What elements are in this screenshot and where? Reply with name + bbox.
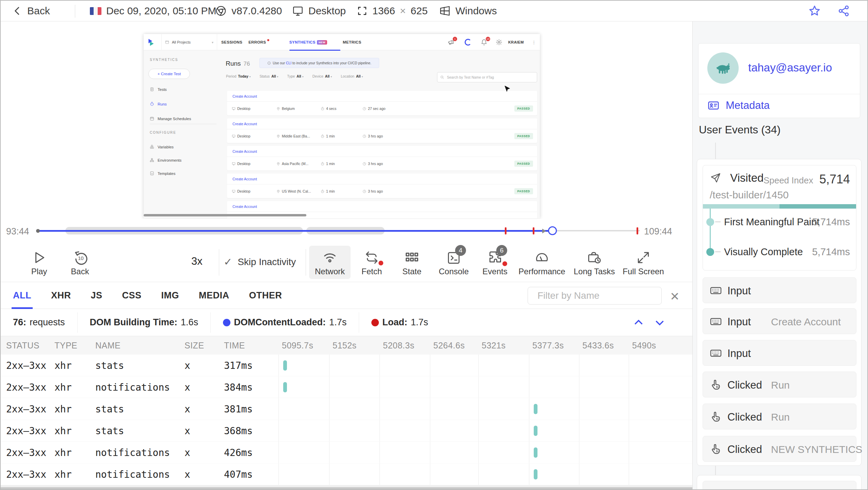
sidebar-section-synthetics: SYNTHETICS — [150, 58, 178, 62]
table-row[interactable]: 2xx–3xxxhrnotificationsx407ms — [1, 463, 692, 485]
dom-building-time: DOM Building Time:1.6s — [77, 312, 211, 333]
event-marker-red[interactable] — [637, 227, 638, 234]
horizontal-scrollbar[interactable] — [1, 485, 692, 490]
id-card-icon — [707, 99, 720, 112]
table-row[interactable]: 2xx–3xxxhrnotificationsx426ms — [1, 442, 692, 463]
event-card-click[interactable]: Clicked Run — [703, 372, 856, 397]
keyboard-icon — [710, 315, 722, 328]
play-icon — [20, 246, 58, 267]
panel-button-network[interactable]: Network — [309, 246, 351, 279]
share-button[interactable] — [837, 1, 850, 21]
rewind-10-icon: 10 — [61, 246, 99, 267]
tab-other[interactable]: OTHER — [249, 282, 282, 309]
panel-button-long-tasks[interactable]: Long Tasks — [567, 246, 622, 279]
table-row[interactable]: 2xx–3xxxhrstatsx317ms — [1, 355, 692, 376]
network-type-tabs: ALL XHR JS CSS IMG MEDIA OTHER ✕ — [1, 282, 692, 309]
replay-viewport: All Projects ▾ SESSIONS ERRORS SYNTHETIC… — [1, 21, 692, 219]
playhead[interactable] — [548, 226, 557, 235]
check-icon: ✓ — [224, 256, 232, 268]
back-10s-button[interactable]: 10 Back — [61, 246, 99, 279]
table-header: STATUS TYPE NAME SIZE TIME 5095.7s 5152s… — [1, 336, 692, 355]
table-row[interactable]: 2xx–3xxxhrstatsx381ms — [1, 398, 692, 420]
replay-app-sidebar: SYNTHETICS + Create Test Tests Runs Mana… — [144, 50, 224, 218]
waterfall-bar — [283, 360, 287, 371]
replay-page-scrollbar — [144, 214, 306, 216]
new-badge: NEW — [317, 40, 327, 45]
loading-spinner-icon — [465, 34, 471, 50]
tab-media[interactable]: MEDIA — [199, 282, 229, 309]
jump-up-button[interactable] — [632, 316, 645, 329]
event-marker-red[interactable] — [505, 227, 507, 234]
tab-css[interactable]: CSS — [122, 282, 142, 309]
mouse-cursor-icon — [503, 85, 511, 95]
metric-row: Visually Complete 5,714ms — [703, 246, 856, 258]
status-badge: PASSED — [514, 133, 533, 139]
runs-filters: PeriodToday ▾ StatusAll ▾ TypeAll ▾ Devi… — [226, 74, 363, 78]
wifi-icon — [309, 246, 351, 267]
windows-icon — [439, 5, 451, 17]
speed-toggle[interactable]: 3x — [191, 255, 203, 267]
gauge-icon — [515, 246, 569, 267]
divider — [219, 249, 219, 276]
play-button[interactable]: Play — [20, 246, 58, 279]
jump-down-button[interactable] — [654, 316, 666, 329]
table-row[interactable]: 2xx–3xxxhrstatsx368ms — [1, 420, 692, 442]
event-marker-red[interactable] — [533, 227, 534, 234]
runs-page-title: Runs76 — [226, 60, 250, 67]
event-connector — [715, 143, 716, 159]
filter-by-name-input[interactable] — [537, 290, 661, 301]
test-search-input — [446, 75, 534, 80]
panel-button-fetch[interactable]: Fetch — [352, 246, 391, 279]
panel-button-performance[interactable]: Performance — [515, 246, 569, 279]
event-card-click[interactable]: Clicked Run — [703, 404, 856, 429]
run-card: Create Account Desktop Asia Pacific (M..… — [227, 146, 537, 170]
tab-js[interactable]: JS — [91, 282, 102, 309]
more-menu-icon: ⋮ — [532, 34, 536, 50]
speed-index-label: Speed Index — [763, 175, 813, 186]
waterfall-bar — [534, 447, 537, 458]
panel-button-console[interactable]: 4 Console — [434, 246, 473, 279]
red-dot-icon — [371, 319, 379, 326]
table-row[interactable]: 2xx–3xxxhrnotificationsx384ms — [1, 376, 692, 398]
run-card: Create Account Desktop US West (N. Cal..… — [227, 174, 537, 198]
panel-button-events[interactable]: 6 Events — [475, 246, 515, 279]
replay-app-navbar: All Projects ▾ SESSIONS ERRORS SYNTHETIC… — [144, 34, 540, 50]
hyena-icon — [713, 59, 733, 78]
tab-img[interactable]: IMG — [161, 282, 179, 309]
favorite-star-button[interactable] — [808, 1, 821, 21]
event-card-input[interactable]: Input — [703, 340, 856, 366]
keyboard-icon — [710, 347, 722, 359]
next-visit-card-partial — [697, 475, 862, 490]
user-avatar — [707, 52, 739, 84]
user-menu: KRAIEM — [508, 34, 524, 50]
events-badge: 6 — [496, 245, 507, 256]
event-card-input[interactable]: Input Create Account — [703, 308, 856, 334]
panel-button-full-screen[interactable]: Full Screen — [616, 246, 671, 279]
timeline-track[interactable] — [37, 219, 640, 243]
event-card-click[interactable]: Clicked NEW SYNTHETICS — [703, 436, 856, 462]
event-card-input[interactable]: Input — [703, 277, 856, 303]
runs-count: 76 — [243, 61, 250, 67]
panel-button-state[interactable]: State — [392, 246, 432, 279]
tab-xhr[interactable]: XHR — [51, 282, 71, 309]
fetch-icon — [352, 246, 391, 267]
tab-all[interactable]: ALL — [13, 282, 31, 309]
session-replay-page: Back Dec 09, 2020, 05:10 PM v87.0.4280 D… — [0, 0, 868, 490]
replay-app-main: Runs76 Use our CLI to include your Synth… — [224, 50, 540, 218]
blue-dot-icon — [223, 319, 230, 326]
speed-index-value: 5,714 — [819, 172, 850, 186]
pointer-icon — [710, 379, 722, 391]
player-top-bar: Back Dec 09, 2020, 05:10 PM v87.0.4280 D… — [1, 1, 867, 21]
waterfall-bar — [283, 382, 287, 392]
close-panel-button[interactable]: ✕ — [670, 290, 680, 303]
errors-red-dot — [267, 39, 269, 41]
filter-box — [528, 287, 662, 305]
project-selector: All Projects ▾ — [161, 34, 217, 50]
status-badge: PASSED — [514, 105, 533, 112]
timeline-start-marker — [36, 229, 40, 233]
back-button[interactable]: Back — [12, 1, 50, 21]
metadata-button[interactable]: Metadata — [707, 99, 770, 112]
run-name-link: Create Account — [227, 118, 537, 129]
visited-card[interactable]: Visited Speed Index 5,714 /test-builder/… — [703, 165, 856, 271]
skip-inactivity-toggle[interactable]: ✓ Skip Inactivity — [224, 256, 296, 268]
